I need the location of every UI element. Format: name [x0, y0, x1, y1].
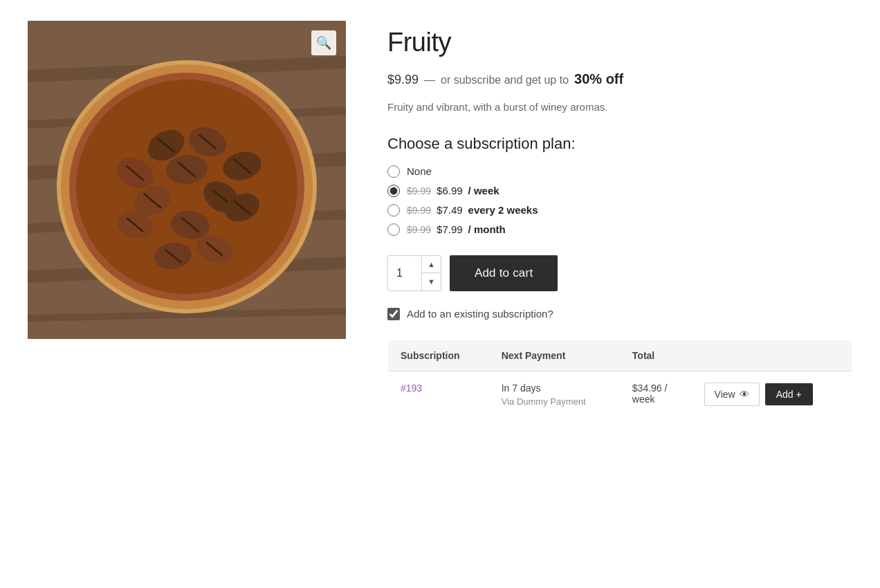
- add-label: Add +: [776, 389, 802, 400]
- plan-weekly-frequency: / week: [468, 185, 499, 196]
- plan-none-radio[interactable]: [387, 165, 400, 178]
- plan-biweekly-frequency: every 2 weeks: [468, 204, 538, 216]
- view-subscription-button[interactable]: View 👁: [704, 383, 760, 406]
- discount-text: 30% off: [574, 71, 623, 87]
- plan-biweekly-label: $9.99 $7.49 every 2 weeks: [407, 204, 538, 216]
- plan-monthly-original-price: $9.99: [407, 224, 431, 235]
- plan-biweekly[interactable]: $9.99 $7.49 every 2 weeks: [387, 204, 852, 217]
- table-row: #193 In 7 days Via Dummy Payment $34.96 …: [388, 371, 852, 418]
- plan-weekly-radio[interactable]: [387, 185, 400, 197]
- existing-subscription-row: Add to an existing subscription?: [387, 308, 852, 320]
- sub-id: #193: [401, 383, 422, 394]
- plan-monthly[interactable]: $9.99 $7.99 / month: [387, 223, 852, 236]
- table-header-row: Subscription Next Payment Total: [388, 340, 852, 371]
- sub-id-cell: #193: [388, 371, 489, 418]
- quantity-spinners: ▲ ▼: [421, 256, 441, 291]
- col-total: Total: [620, 340, 692, 371]
- plan-monthly-frequency: / month: [468, 223, 506, 235]
- existing-subscription-checkbox[interactable]: [387, 308, 400, 320]
- col-subscription: Subscription: [388, 340, 489, 371]
- plan-weekly-discounted-price: $6.99: [437, 185, 463, 196]
- subscription-heading: Choose a subscription plan:: [387, 135, 852, 153]
- plan-monthly-radio[interactable]: [387, 223, 400, 236]
- quantity-input[interactable]: [388, 256, 421, 291]
- add-to-cart-button[interactable]: Add to cart: [450, 255, 558, 291]
- eye-icon: 👁: [740, 389, 749, 400]
- next-payment-date: In 7 days: [502, 383, 607, 394]
- plan-monthly-discounted-price: $7.99: [437, 223, 463, 235]
- price-dash: —: [424, 74, 435, 86]
- subscribe-text: or subscribe and get up to: [441, 74, 569, 86]
- total-cell: $34.96 / week: [620, 371, 692, 418]
- plan-none[interactable]: None: [387, 165, 852, 178]
- view-label: View: [715, 389, 735, 400]
- quantity-decrease-button[interactable]: ▼: [422, 273, 441, 291]
- price-main: $9.99: [387, 73, 419, 87]
- zoom-button[interactable]: 🔍: [311, 30, 336, 55]
- product-title: Fruity: [387, 28, 852, 57]
- product-image: [28, 21, 346, 339]
- zoom-icon: 🔍: [316, 35, 331, 50]
- subscription-table: Subscription Next Payment Total #193 In …: [387, 340, 852, 419]
- total-amount: $34.96 /: [632, 383, 668, 394]
- actions-cell: View 👁 Add +: [692, 371, 852, 418]
- col-next-payment: Next Payment: [489, 340, 620, 371]
- plan-biweekly-discounted-price: $7.49: [437, 204, 463, 216]
- add-subscription-button[interactable]: Add +: [765, 383, 813, 405]
- price-row: $9.99 — or subscribe and get up to 30% o…: [387, 71, 852, 87]
- product-details: Fruity $9.99 — or subscribe and get up t…: [387, 21, 852, 419]
- plan-none-label: None: [407, 165, 432, 177]
- payment-method: Via Dummy Payment: [502, 396, 607, 407]
- product-description: Fruity and vibrant, with a burst of wine…: [387, 100, 852, 116]
- product-image-wrapper: 🔍: [28, 21, 346, 339]
- total-freq: week: [632, 394, 655, 405]
- plan-weekly[interactable]: $9.99 $6.99 / week: [387, 185, 852, 197]
- plan-monthly-label: $9.99 $7.99 / month: [407, 223, 506, 235]
- existing-subscription-label: Add to an existing subscription?: [407, 308, 553, 320]
- quantity-increase-button[interactable]: ▲: [422, 256, 441, 274]
- quantity-wrapper: ▲ ▼: [387, 255, 441, 291]
- plan-weekly-original-price: $9.99: [407, 185, 431, 196]
- page-container: 🔍 Fruity $9.99 — or subscribe and get up…: [0, 0, 880, 439]
- sub-actions: View 👁 Add +: [704, 383, 839, 406]
- plan-weekly-label: $9.99 $6.99 / week: [407, 185, 499, 196]
- next-payment-cell: In 7 days Via Dummy Payment: [489, 371, 620, 418]
- col-actions: [692, 340, 852, 371]
- subscription-options: None $9.99 $6.99 / week $9.99 $7.49 ever…: [387, 165, 852, 236]
- add-to-cart-row: ▲ ▼ Add to cart: [387, 255, 852, 291]
- plan-biweekly-original-price: $9.99: [407, 205, 431, 216]
- plan-biweekly-radio[interactable]: [387, 204, 400, 217]
